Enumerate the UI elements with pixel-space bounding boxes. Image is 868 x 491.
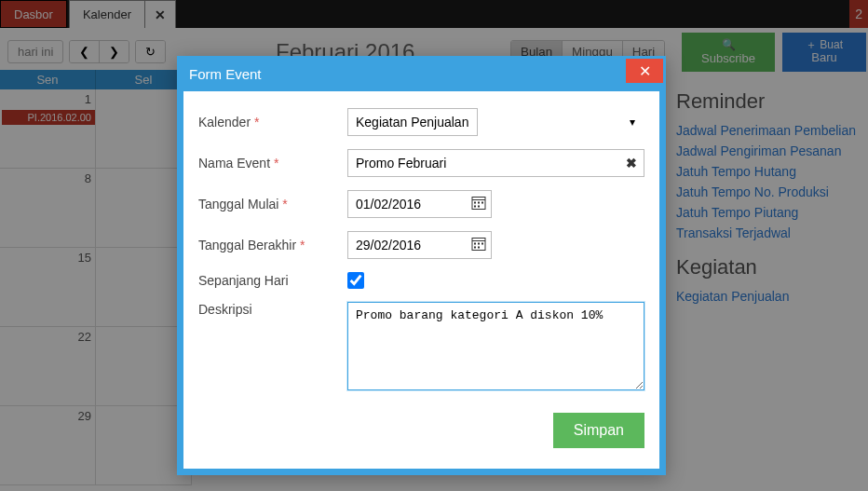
- tanggal-berakhir-input[interactable]: [347, 231, 492, 259]
- modal-title: Form Event ✕: [183, 62, 659, 91]
- label-kalender: Kalender *: [198, 115, 347, 130]
- form-event-modal: Form Event ✕ Kalender * Kegiatan Penjual…: [177, 56, 666, 475]
- sepanjang-hari-checkbox[interactable]: [347, 272, 364, 289]
- simpan-button[interactable]: Simpan: [553, 413, 644, 448]
- nama-event-input[interactable]: [347, 149, 644, 177]
- label-mulai: Tanggal Mulai *: [198, 197, 347, 211]
- label-berakhir: Tanggal Berakhir *: [198, 238, 347, 252]
- modal-close-button[interactable]: ✕: [626, 59, 663, 83]
- label-nama: Nama Event *: [198, 156, 347, 170]
- modal-title-text: Form Event: [189, 66, 262, 82]
- label-sepanjang: Sepanjang Hari: [198, 273, 347, 288]
- clear-icon[interactable]: ✖: [626, 156, 637, 170]
- label-deskripsi: Deskripsi: [198, 302, 347, 317]
- kalender-select[interactable]: Kegiatan Penjualan: [347, 108, 478, 136]
- deskripsi-textarea[interactable]: Promo barang kategori A diskon 10%: [347, 302, 644, 390]
- tanggal-mulai-input[interactable]: [347, 190, 492, 218]
